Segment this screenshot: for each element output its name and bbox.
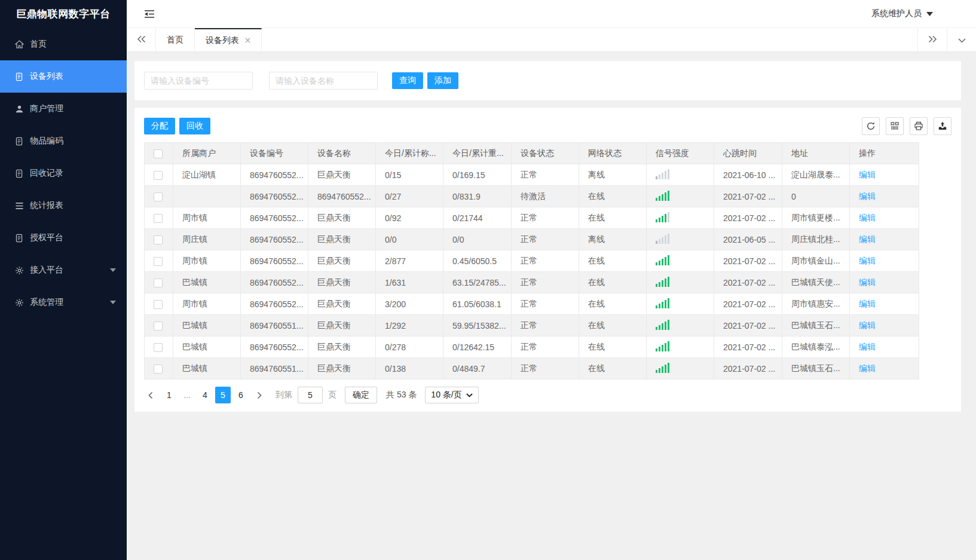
- tab-label: 首页: [167, 35, 183, 45]
- select-all-checkbox[interactable]: [154, 149, 163, 158]
- home-icon: [14, 39, 24, 49]
- edit-link[interactable]: 编辑: [859, 256, 876, 265]
- sidebar-item-system-mgmt[interactable]: 系统管理: [0, 286, 127, 319]
- cell-device-status: 正常: [512, 336, 579, 358]
- cell-heartbeat: 2021-07-02 ...: [714, 293, 782, 315]
- doc-icon: [14, 233, 24, 243]
- double-chevron-right-icon: [928, 35, 937, 45]
- cell-network-status: 在线: [579, 358, 647, 380]
- col-signal: 信号强度: [647, 143, 714, 164]
- row-checkbox[interactable]: [154, 171, 163, 180]
- tabs-scroll-left-button[interactable]: [127, 28, 156, 51]
- sidebar-item-merchant-mgmt[interactable]: 商户管理: [0, 93, 127, 125]
- row-checkbox[interactable]: [154, 279, 163, 287]
- sidebar: 巨鼎物联网数字平台 首页 设备列表 商户管理 物品编码 回收记录 统计报表 授权…: [0, 0, 127, 560]
- doc-icon: [14, 169, 24, 178]
- goto-page-input[interactable]: [298, 387, 323, 403]
- row-checkbox[interactable]: [154, 214, 163, 223]
- edit-link[interactable]: 编辑: [859, 170, 876, 179]
- export-icon[interactable]: [934, 117, 951, 135]
- cell-device-status: 正常: [512, 315, 579, 336]
- refresh-icon[interactable]: [862, 117, 880, 135]
- print-icon[interactable]: [910, 117, 928, 135]
- assign-button[interactable]: 分配: [144, 118, 175, 134]
- row-checkbox[interactable]: [154, 257, 163, 266]
- cell-address: 周市镇更楼...: [782, 207, 850, 229]
- edit-link[interactable]: 编辑: [859, 299, 876, 308]
- edit-link[interactable]: 编辑: [859, 320, 876, 330]
- table-row: 淀山湖镇8694760552...巨鼎天衡0/150/169.15正常离线202…: [145, 164, 919, 186]
- tabs-scroll-right-button[interactable]: [917, 28, 947, 51]
- row-checkbox[interactable]: [154, 235, 163, 244]
- chevron-down-icon: [110, 268, 116, 272]
- tab-device-list[interactable]: 设备列表: [195, 28, 262, 51]
- sidebar-item-statistics[interactable]: 统计报表: [0, 189, 127, 222]
- page-number[interactable]: 6: [233, 387, 249, 403]
- page-number[interactable]: 4: [197, 387, 213, 403]
- edit-link[interactable]: 编辑: [859, 213, 876, 222]
- columns-icon[interactable]: [886, 117, 904, 135]
- row-checkbox[interactable]: [154, 192, 163, 201]
- device-name-input[interactable]: [269, 72, 378, 90]
- doc-icon: [14, 72, 24, 81]
- sidebar-item-label: 物品编码: [30, 136, 63, 146]
- cell-merchant: 周市镇: [173, 207, 241, 229]
- add-button[interactable]: 添加: [427, 72, 458, 89]
- signal-strength-icon: [656, 362, 669, 373]
- user-menu[interactable]: 系统维护人员: [871, 8, 933, 19]
- next-page-button[interactable]: [253, 391, 266, 399]
- page-size-select[interactable]: 10 条/页: [425, 387, 478, 403]
- topbar: 系统维护人员: [127, 0, 976, 28]
- sidebar-item-access-platform[interactable]: 接入平台: [0, 254, 127, 286]
- edit-link[interactable]: 编辑: [859, 191, 876, 201]
- recycle-button[interactable]: 回收: [179, 118, 210, 134]
- cell-heartbeat: 2021-07-02 ...: [714, 315, 782, 336]
- cell-address: 周市镇金山...: [782, 250, 850, 272]
- row-checkbox[interactable]: [154, 322, 163, 331]
- page-number[interactable]: 1: [161, 387, 177, 403]
- sidebar-item-label: 设备列表: [30, 71, 63, 82]
- row-checkbox[interactable]: [154, 300, 163, 309]
- row-checkbox[interactable]: [154, 365, 163, 374]
- edit-link[interactable]: 编辑: [859, 363, 876, 373]
- cell-merchant: [173, 186, 241, 207]
- signal-strength-icon: [656, 233, 669, 244]
- tab-home[interactable]: 首页: [156, 28, 195, 51]
- cell-heartbeat: 2021-07-02 ...: [714, 272, 782, 293]
- device-no-input[interactable]: [144, 72, 253, 90]
- confirm-page-button[interactable]: 确定: [345, 387, 377, 403]
- sidebar-item-device-list[interactable]: 设备列表: [0, 60, 127, 93]
- sidebar-item-recycle-records[interactable]: 回收记录: [0, 157, 127, 189]
- table-tool-icons: [862, 117, 951, 135]
- row-checkbox[interactable]: [154, 343, 163, 352]
- prev-page-button[interactable]: [144, 391, 157, 399]
- tabs-menu-button[interactable]: [947, 28, 976, 51]
- col-merchant: 所属商户: [173, 143, 241, 164]
- sidebar-item-home[interactable]: 首页: [0, 28, 127, 60]
- tab-bar: 首页 设备列表: [127, 28, 976, 52]
- edit-link[interactable]: 编辑: [859, 277, 876, 287]
- sidebar-item-auth-platform[interactable]: 授权平台: [0, 222, 127, 254]
- cell-device-no: 8694760552...: [241, 207, 308, 229]
- signal-strength-icon: [656, 169, 669, 179]
- cell-network-status: 在线: [579, 272, 647, 293]
- doc-icon: [14, 136, 24, 146]
- caret-down-icon: [926, 12, 933, 16]
- collapse-menu-icon[interactable]: [144, 10, 155, 19]
- page-number[interactable]: 5: [215, 387, 231, 403]
- cell-address: 0: [782, 186, 850, 207]
- cell-today-weight: 0/12642.15: [443, 336, 512, 358]
- edit-link[interactable]: 编辑: [859, 234, 876, 244]
- query-button[interactable]: 查询: [392, 72, 423, 89]
- cell-device-status: 正常: [512, 207, 579, 229]
- cell-today-count: 0/27: [376, 186, 443, 207]
- cell-device-no: 8694760552...: [241, 272, 308, 293]
- cell-device-no: 8694760552...: [241, 164, 308, 186]
- edit-link[interactable]: 编辑: [859, 342, 876, 351]
- sidebar-item-item-code[interactable]: 物品编码: [0, 125, 127, 157]
- gear-icon: [14, 298, 24, 307]
- cell-merchant: 巴城镇: [173, 315, 241, 336]
- signal-strength-icon: [656, 298, 669, 308]
- page-size-value: 10 条/页: [431, 390, 461, 400]
- close-icon[interactable]: [245, 38, 250, 43]
